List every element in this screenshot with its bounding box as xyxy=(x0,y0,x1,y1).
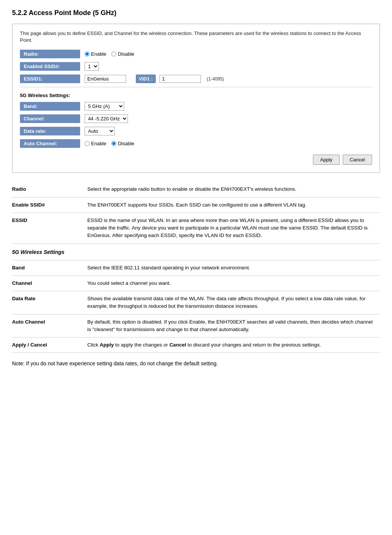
auto-channel-disable-input[interactable] xyxy=(111,141,116,146)
band-label: Band: xyxy=(20,102,80,111)
info-text-content: This page allows you to define ESSID, an… xyxy=(20,30,361,43)
desc-term: Data Rate xyxy=(12,291,87,315)
band-value: 5 GHz (A) 5 GHz (N) 5 GHz (A+N) xyxy=(85,102,124,111)
data-rate-value: Auto 6 Mbps 9 Mbps 12 Mbps 18 Mbps 24 Mb… xyxy=(85,127,115,135)
cancel-button[interactable]: Cancel xyxy=(343,155,372,165)
desc-term: Enable SSID# xyxy=(12,197,87,213)
desc-term: ESSID xyxy=(12,213,87,243)
essid1-input[interactable] xyxy=(85,75,126,83)
vid1-label: VID1 : xyxy=(136,74,156,83)
desc-row: ESSIDESSID is the name of your WLAN. In … xyxy=(12,213,380,243)
channel-label: Channel: xyxy=(20,114,80,123)
config-panel: This page allows you to define ESSID, an… xyxy=(12,24,380,173)
desc-term: Band xyxy=(12,260,87,275)
desc-row: Data RateShows the available transmit da… xyxy=(12,291,380,315)
desc-def: ESSID is the name of your WLAN. In an ar… xyxy=(87,213,380,243)
radio-group: Enable Disable xyxy=(85,51,134,57)
desc-def: You could select a channel you want. xyxy=(87,275,380,291)
desc-term: Auto Channel xyxy=(12,314,87,337)
desc-def: Click Apply to apply the changes or Canc… xyxy=(87,337,380,353)
radio-disable-label[interactable]: Disable xyxy=(111,51,134,57)
radio-enable-input[interactable] xyxy=(85,52,90,56)
radio-enable-label[interactable]: Enable xyxy=(85,51,106,57)
info-text: This page allows you to define ESSID, an… xyxy=(20,30,372,44)
divider1 xyxy=(20,87,372,87)
essid1-label: ESSID1: xyxy=(20,74,80,83)
wireless-section-title: 5G Wireless Settings: xyxy=(20,93,372,98)
vid1-input[interactable] xyxy=(160,75,201,83)
auto-channel-group: Enable Disable xyxy=(85,141,134,146)
data-rate-select[interactable]: Auto 6 Mbps 9 Mbps 12 Mbps 18 Mbps 24 Mb… xyxy=(85,127,115,135)
apply-button[interactable]: Apply xyxy=(313,155,340,165)
radio-disable-text: Disable xyxy=(118,51,134,57)
auto-channel-disable-label[interactable]: Disable xyxy=(111,141,134,146)
desc-row: ChannelYou could select a channel you wa… xyxy=(12,275,380,291)
data-rate-label: Data rate: xyxy=(20,127,80,135)
desc-def: By default, this option is disabled. If … xyxy=(87,314,380,337)
radio-enable-text: Enable xyxy=(91,51,106,57)
enabled-ssid-row: Enabled SSID#: 1 2 3 4 xyxy=(20,62,372,71)
radio-label: Radio: xyxy=(20,50,80,58)
desc-term: Apply / Cancel xyxy=(12,337,87,353)
desc-section-header: 5G Wireless Settings xyxy=(12,243,380,260)
band-row: Band: 5 GHz (A) 5 GHz (N) 5 GHz (A+N) xyxy=(20,102,372,111)
note-text: Note: If you do not have experience sett… xyxy=(12,360,380,366)
auto-channel-row: Auto Channel: Enable Disable xyxy=(20,139,372,148)
essid1-row: ESSID1: VID1 : (1-4095) xyxy=(20,74,372,83)
desc-row: Apply / CancelClick Apply to apply the c… xyxy=(12,337,380,353)
radio-disable-input[interactable] xyxy=(111,52,116,56)
enabled-ssid-select[interactable]: 1 2 3 4 xyxy=(85,62,99,71)
band-select[interactable]: 5 GHz (A) 5 GHz (N) 5 GHz (A+N) xyxy=(85,102,124,111)
desc-row: RadioSelect the appropriate radio button… xyxy=(12,182,380,197)
desc-row: Auto ChannelBy default, this option is d… xyxy=(12,314,380,337)
radio-row: Radio: Enable Disable xyxy=(20,50,372,58)
channel-value: 44 -5.220 GHz 36 -5.180 GHz 40 -5.200 GH… xyxy=(85,114,128,123)
channel-row: Channel: 44 -5.220 GHz 36 -5.180 GHz 40 … xyxy=(20,114,372,123)
vid1-range: (1-4095) xyxy=(207,76,224,82)
desc-def: The ENH700EXT supports four SSIDs. Each … xyxy=(87,197,380,213)
data-rate-row: Data rate: Auto 6 Mbps 9 Mbps 12 Mbps 18… xyxy=(20,127,372,135)
desc-term: Radio xyxy=(12,182,87,197)
auto-channel-label: Auto Channel: xyxy=(20,139,80,148)
desc-def: Shows the available transmit data rate o… xyxy=(87,291,380,315)
enabled-ssid-value: 1 2 3 4 xyxy=(85,62,99,71)
desc-term: Channel xyxy=(12,275,87,291)
desc-row: Enable SSID#The ENH700EXT supports four … xyxy=(12,197,380,213)
desc-def: Select the IEEE 802.11 standard operatin… xyxy=(87,260,380,275)
auto-channel-disable-text: Disable xyxy=(118,141,134,146)
page-title: 5.2.2 Access Point Mode (5 GHz) xyxy=(12,9,380,17)
desc-def: Select the appropriate radio button to e… xyxy=(87,182,380,197)
enabled-ssid-label: Enabled SSID#: xyxy=(20,62,80,71)
auto-channel-enable-text: Enable xyxy=(91,141,106,146)
description-table: RadioSelect the appropriate radio button… xyxy=(12,182,380,353)
auto-channel-enable-label[interactable]: Enable xyxy=(85,141,106,146)
auto-channel-enable-input[interactable] xyxy=(85,141,90,146)
channel-select[interactable]: 44 -5.220 GHz 36 -5.180 GHz 40 -5.200 GH… xyxy=(85,114,128,123)
btn-row: Apply Cancel xyxy=(20,155,372,165)
essid1-value: VID1 : (1-4095) xyxy=(85,74,224,83)
desc-row: BandSelect the IEEE 802.11 standard oper… xyxy=(12,260,380,275)
